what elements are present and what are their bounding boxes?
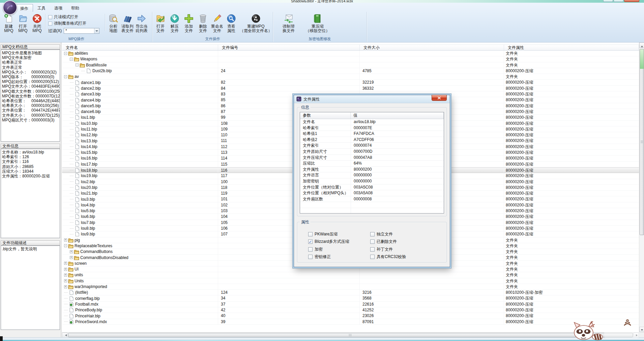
checkbox-box[interactable] — [370, 255, 375, 259]
horizontal-scroll-thumb[interactable] — [68, 333, 633, 337]
tree-row[interactable]: -BoatMissile文件夹 — [62, 62, 639, 68]
property-row[interactable]: 文件名av\lou18.blp — [300, 119, 444, 125]
attr-checkbox-6[interactable]: 补丁文件 — [370, 246, 444, 253]
tree-row[interactable]: PrinceSword.mdx398709180000200-压缩 — [62, 319, 639, 325]
expand-toggle-icon[interactable]: + — [64, 262, 67, 265]
checkbox-box[interactable] — [48, 22, 52, 26]
tree-row[interactable]: -av文件夹 — [62, 74, 639, 80]
checkbox-box[interactable] — [308, 247, 313, 252]
attr-checkbox-1[interactable]: ✓Blizzard多方式压缩 — [308, 238, 370, 246]
read-listfile-button[interactable]: 读取列表文件 — [120, 12, 135, 33]
expand-toggle-icon[interactable]: + — [64, 274, 67, 277]
attr-checkbox-5[interactable]: 已删除文件 — [370, 238, 444, 246]
export-list-button[interactable]: 导出当前列表 — [135, 12, 149, 33]
view-properties-button[interactable]: 查看属性 — [224, 12, 238, 33]
property-row[interactable]: 哈希值1FA74FDCA — [300, 131, 444, 137]
tree-row[interactable]: +Units文件夹 — [62, 278, 639, 284]
expand-toggle-icon[interactable]: + — [64, 285, 67, 288]
expand-toggle-icon[interactable]: - — [76, 63, 79, 66]
property-row[interactable]: 文件位置（相对MPQ头）003A5A08 — [300, 190, 444, 196]
tree-row[interactable]: (listfile)124321680010200-压缩-加密 — [62, 290, 639, 295]
close-mpq-button[interactable]: 关闭MPQ — [30, 12, 44, 33]
dialog-titlebar[interactable]: 文件属性 — [294, 95, 450, 103]
property-row[interactable]: 文件位置（绝对位置）003A5C08 — [300, 184, 444, 191]
scroll-down-button[interactable] — [639, 327, 644, 332]
vertical-scrollbar[interactable] — [639, 42, 644, 332]
property-row[interactable]: 压缩比64% — [300, 161, 444, 167]
column-header-1[interactable]: 文件编号 — [218, 45, 360, 50]
tree-row[interactable]: Dust2b.blp24478580000200-压缩 — [62, 68, 639, 74]
menu-tab-1[interactable]: 工具 — [33, 4, 50, 12]
add-file-button[interactable]: 添加文件 — [182, 12, 196, 33]
expand-toggle-icon[interactable]: + — [70, 256, 73, 259]
tree-row[interactable]: +war3mapImported文件夹 — [62, 284, 639, 290]
expand-toggle-icon[interactable]: + — [64, 238, 67, 241]
checkbox-box[interactable] — [308, 232, 313, 236]
open-file-button[interactable]: 打开文件 — [153, 12, 168, 33]
scroll-up-button[interactable] — [639, 42, 644, 48]
minimize-button[interactable] — [603, 0, 613, 2]
value-column-header[interactable]: 值 — [351, 112, 444, 119]
attr-checkbox-3[interactable]: 密钥修正 — [308, 253, 370, 261]
dialog-close-button[interactable] — [432, 95, 447, 101]
tree-row[interactable]: PrinceHair.blp402302680000200-压缩 — [62, 313, 639, 319]
checkbox-box[interactable] — [308, 255, 313, 259]
property-row[interactable]: 文件属性80000200 — [300, 167, 444, 173]
maximize-button[interactable] — [614, 0, 623, 2]
extract-file-button[interactable]: 解压文件 — [168, 12, 182, 33]
rename-file-button[interactable]: 重命名文件 — [210, 12, 224, 33]
recompress-button[interactable]: 重压缩（移除空位） — [303, 12, 332, 33]
property-row[interactable]: 哈希值2A7CDFF06 — [300, 137, 444, 143]
scroll-left-button[interactable] — [62, 333, 67, 338]
new-mpq-button[interactable]: 新建MPQ — [2, 12, 16, 33]
expand-toggle-icon[interactable]: + — [64, 279, 67, 282]
property-row[interactable]: 文件语言00000000 — [300, 172, 444, 178]
column-header-2[interactable]: 文件大小 — [360, 45, 504, 50]
checkbox-box[interactable] — [48, 15, 52, 19]
delete-file-button[interactable]: 删除文件 — [196, 12, 210, 33]
tree-row[interactable]: PrinceBody.blp424125280000200-压缩 — [62, 307, 639, 313]
column-header-3[interactable]: 文件属性 — [504, 45, 639, 50]
attr-checkbox-7[interactable]: 具有CRC32校验 — [370, 253, 444, 261]
ribbon-checkbox-0[interactable]: 只读模式打开 — [48, 14, 102, 20]
attr-checkbox-2[interactable]: 加密 — [308, 246, 370, 253]
tree-row[interactable]: -Weapons文件夹 — [62, 56, 639, 62]
force-replace-button[interactable]: 强制替换文件 — [274, 12, 303, 33]
expand-toggle-icon[interactable]: + — [64, 268, 67, 271]
vertical-scroll-thumb[interactable] — [640, 49, 644, 235]
param-column-header[interactable]: 参数 — [300, 112, 351, 119]
menu-tab-3[interactable]: 帮助 — [67, 4, 84, 12]
property-row[interactable]: 文件原始尺寸0000700D — [300, 149, 444, 155]
tree-row[interactable]: +units文件夹 — [62, 272, 639, 278]
tree-row[interactable]: dance2.blp843633280000200-压缩 — [62, 86, 639, 91]
property-row[interactable]: 文件扇区数00000008 — [300, 196, 444, 202]
property-row[interactable]: 哈希索引0000007E — [300, 125, 444, 131]
tree-row[interactable]: +UI文件夹 — [62, 266, 639, 272]
close-window-button[interactable] — [624, 0, 639, 2]
expand-toggle-icon[interactable]: - — [64, 244, 67, 247]
menu-tab-2[interactable]: 选项 — [50, 4, 67, 12]
ribbon-checkbox-1[interactable]: 强制魔兽格式打开 — [48, 20, 102, 27]
menu-tab-0[interactable]: 操作 — [16, 4, 33, 12]
property-row[interactable]: 加密密钥00000000 — [300, 178, 444, 184]
tree-row[interactable]: dance1.blp823221980000200-压缩 — [62, 80, 639, 85]
app-menu-button[interactable] — [3, 0, 17, 15]
property-row[interactable]: 文件索引00000074 — [300, 143, 444, 149]
tree-row[interactable]: Football.mdx372261680000200-压缩 — [62, 302, 639, 307]
expand-toggle-icon[interactable]: - — [70, 58, 73, 61]
tree-row[interactable]: cornerflag.blp34356880000200-压缩 — [62, 295, 639, 301]
horizontal-scrollbar[interactable] — [62, 332, 639, 337]
filter-combobox[interactable]: * — [64, 28, 99, 34]
checkbox-box[interactable] — [370, 247, 375, 252]
rebuild-mpq-button[interactable]: 重建MPQ（需全部文件名） — [238, 12, 273, 33]
checkbox-box[interactable] — [370, 239, 375, 244]
expand-toggle-icon[interactable]: + — [70, 250, 73, 253]
checkbox-box[interactable] — [370, 232, 375, 236]
tree-row[interactable]: -abilities文件夹 — [62, 51, 639, 56]
checkbox-box[interactable]: ✓ — [308, 239, 313, 244]
analyze-map-button[interactable]: 分析地图 — [106, 12, 120, 33]
open-mpq-button[interactable]: 打开MPQ — [16, 12, 30, 33]
scroll-right-button[interactable] — [634, 333, 639, 338]
attr-checkbox-4[interactable]: 独立文件 — [370, 230, 444, 238]
expand-toggle-icon[interactable]: - — [64, 52, 67, 55]
